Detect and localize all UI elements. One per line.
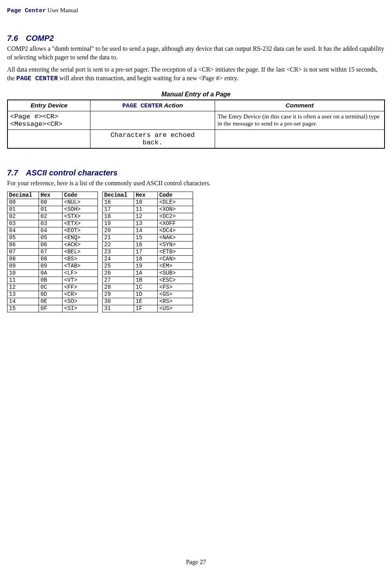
product-name: Page Center [7, 7, 46, 14]
col-decimal: Decimal [7, 192, 39, 199]
ascii-row: 100A<LF>261A<SUB> [7, 269, 193, 277]
ascii-row: 120C<FF>281C<FS> [7, 284, 193, 291]
cell-comment: The Entry Device (in this case it is oft… [215, 111, 385, 130]
ascii-cell: <SYN> [158, 241, 193, 248]
ascii-cell: 04 [7, 227, 39, 234]
ascii-cell: 12 [7, 284, 39, 291]
ascii-cell: 05 [39, 234, 63, 241]
spacer [98, 269, 103, 277]
spacer [98, 255, 103, 262]
ascii-cell: 18 [134, 255, 158, 262]
col-code: Code [63, 192, 98, 199]
cell-action: Characters are echoed back. [90, 130, 215, 149]
col-decimal: Decimal [103, 192, 134, 199]
section-7-7-heading: 7.7ASCII control characters [7, 168, 385, 177]
ascii-cell: <FF> [63, 284, 98, 291]
ascii-cell: 25 [103, 262, 134, 269]
ascii-cell: 06 [39, 241, 63, 248]
ascii-cell: 14 [134, 227, 158, 234]
ascii-row: 0808<BS>2418<CAN> [7, 255, 193, 262]
ascii-table: Decimal Hex Code Decimal Hex Code 0000<N… [7, 192, 193, 312]
ascii-cell: 27 [103, 277, 134, 284]
entry-line: <Page #><CR> [10, 113, 88, 120]
ascii-cell: <CAN> [158, 255, 193, 262]
ascii-cell: 09 [39, 262, 63, 269]
ascii-cell: 17 [103, 206, 134, 213]
spacer [98, 213, 103, 220]
ascii-cell: <FS> [158, 284, 193, 291]
ascii-cell: 01 [7, 206, 39, 213]
ascii-cell: 1F [134, 305, 158, 312]
spacer [98, 206, 103, 213]
ascii-cell: <SO> [63, 298, 98, 305]
ascii-cell: 02 [39, 213, 63, 220]
ascii-cell: 22 [103, 241, 134, 248]
ascii-cell: 29 [103, 291, 134, 298]
section-title: COMP2 [26, 34, 54, 42]
ascii-cell: <NAK> [158, 234, 193, 241]
spacer [98, 241, 103, 248]
ascii-cell: <VT> [63, 277, 98, 284]
action-line: back. [93, 139, 212, 146]
ascii-row: 150F<SI>311F<US> [7, 305, 193, 312]
ascii-cell: 06 [7, 241, 39, 248]
page-header: Page Center User Manual [7, 7, 385, 14]
ascii-cell: <ETB> [158, 248, 193, 255]
ascii-cell: 1B [134, 277, 158, 284]
section-7-6-heading: 7.6COMP2 [7, 34, 385, 43]
ascii-cell: 19 [134, 262, 158, 269]
ascii-cell: <SI> [63, 305, 98, 312]
spacer [98, 284, 103, 291]
action-suffix: Action [162, 102, 183, 109]
ascii-row: 0404<EOT>2014<DC4> [7, 227, 193, 234]
ascii-cell: <SUB> [158, 269, 193, 277]
col-entry-device: Entry Device [7, 100, 90, 111]
action-line: Characters are echoed [93, 131, 212, 139]
ascii-cell: <US> [158, 305, 193, 312]
cell-entry-device [7, 130, 90, 149]
ascii-cell: <BS> [63, 255, 98, 262]
ascii-cell: <NUL> [63, 199, 98, 206]
ascii-cell: 03 [39, 220, 63, 227]
ascii-cell: 31 [103, 305, 134, 312]
ascii-cell: 11 [7, 277, 39, 284]
cell-comment [215, 130, 385, 149]
ascii-cell: 05 [7, 234, 39, 241]
section-number: 7.6 [7, 34, 18, 42]
spacer [98, 248, 103, 255]
spacer [98, 291, 103, 298]
spacer [98, 192, 103, 199]
ascii-cell: 0A [39, 269, 63, 277]
page-center-inline: PAGE CENTER [17, 75, 58, 82]
spacer [98, 227, 103, 234]
ascii-cell: 1E [134, 298, 158, 305]
ascii-cell: 01 [39, 206, 63, 213]
ascii-header-row: Decimal Hex Code Decimal Hex Code [7, 192, 193, 199]
ascii-cell: 08 [39, 255, 63, 262]
ascii-cell: <DLE> [158, 199, 193, 206]
ascii-cell: 13 [7, 291, 39, 298]
ascii-row: 130D<CR>291D<GS> [7, 291, 193, 298]
section-number: 7.7 [7, 168, 18, 177]
ascii-cell: 21 [103, 234, 134, 241]
spacer [98, 234, 103, 241]
ascii-cell: 10 [134, 199, 158, 206]
col-action: PAGE CENTER Action [90, 100, 215, 111]
ascii-row: 0909<TAB>2519<EM> [7, 262, 193, 269]
ascii-cell: <BEL> [63, 248, 98, 255]
ascii-cell: 0F [39, 305, 63, 312]
ascii-cell: 24 [103, 255, 134, 262]
ascii-cell: 26 [103, 269, 134, 277]
ascii-cell: 0E [39, 298, 63, 305]
ascii-cell: 0C [39, 284, 63, 291]
section-7-6-para-1: COMP2 allows a "dumb terminal" to be use… [7, 44, 385, 61]
ascii-row: 0606<ACK>2216<SYN> [7, 241, 193, 248]
ascii-cell: <TAB> [63, 262, 98, 269]
ascii-cell: <DC4> [158, 227, 193, 234]
entry-table-caption: Manual Entry of a Page [7, 91, 385, 98]
ascii-cell: <XON> [158, 206, 193, 213]
ascii-cell: 28 [103, 284, 134, 291]
ascii-row: 0505<ENQ>2115<NAK> [7, 234, 193, 241]
table-row: <Page #><CR> <Message><CR> The Entry Dev… [7, 111, 385, 130]
ascii-cell: <ETX> [63, 220, 98, 227]
